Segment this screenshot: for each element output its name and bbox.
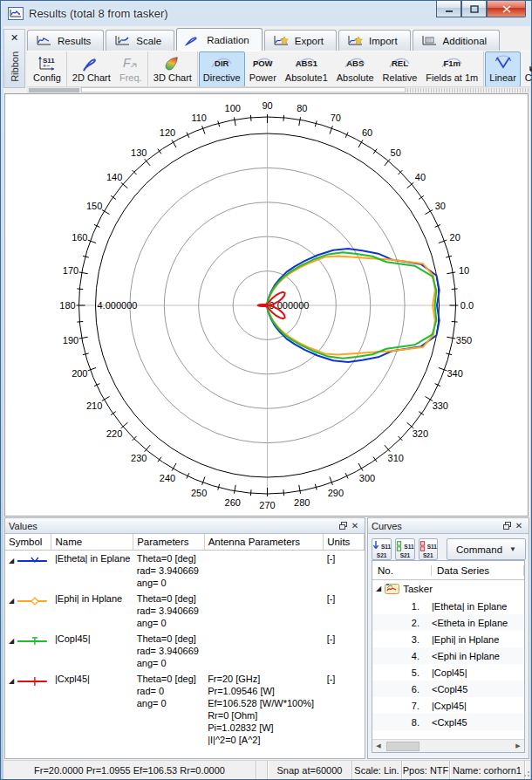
expand-triangle-icon[interactable]: ◢ xyxy=(9,678,14,685)
toolbar-button-relative[interactable]: RELRelative xyxy=(379,51,422,87)
curves-list-item-cxpl45[interactable]: 8.<Cxpl45 xyxy=(372,714,524,730)
curves-list-item-ephi-in-hplane[interactable]: 4.<Ephi in Hplane xyxy=(372,647,524,664)
svg-text:F: F xyxy=(123,56,132,70)
sparam-enable-button[interactable]: S11S21 xyxy=(395,538,414,560)
toolbar-button-directive[interactable]: DIRDirective xyxy=(199,51,245,87)
close-button[interactable] xyxy=(487,1,526,17)
scroll-left-arrow[interactable]: ◀ xyxy=(372,741,385,752)
tab-scale[interactable]: Scale xyxy=(106,30,174,51)
toolbar-button-config[interactable]: S11+−Config xyxy=(29,51,65,87)
item-number: 5. xyxy=(372,667,432,678)
values-close-button[interactable]: ✕ xyxy=(349,520,361,531)
toolbar-button-2d-chart[interactable]: 2D Chart xyxy=(68,51,115,87)
svg-text:200: 200 xyxy=(72,368,87,379)
float-icon xyxy=(339,522,347,530)
values-column-antenna-parameters[interactable]: Antenna Parameters xyxy=(204,534,323,551)
curves-list-item-copl45[interactable]: 6.<Copl45 xyxy=(372,681,524,697)
scroll-track[interactable] xyxy=(385,741,512,752)
values-row-copl45[interactable]: ◢|Copl45|Theta=0 [deg]rad= 3.940669ang= … xyxy=(5,631,365,671)
status-segment-5: Name: corhorn1 xyxy=(450,761,525,779)
curves-list-item-etheta-in-eplane[interactable]: 1.|Etheta| in Eplane xyxy=(372,598,524,614)
tab-export[interactable]: Export xyxy=(264,30,337,51)
toolbar-badge: POW xyxy=(249,58,276,68)
item-number: 8. xyxy=(372,717,432,728)
toolbar-button-3d-chart[interactable]: 3D Chart xyxy=(149,51,196,87)
polar-plot-area[interactable]: 0.01020304050607080901001101201301401501… xyxy=(4,93,529,517)
expand-triangle-icon[interactable]: ◢ xyxy=(9,558,14,564)
symbol-cell: ◢ xyxy=(9,552,49,566)
curves-list-header: No. Data Series xyxy=(372,561,524,580)
expand-triangle-icon[interactable]: ◢ xyxy=(9,598,14,605)
minimize-button[interactable] xyxy=(436,1,461,17)
toolbar-button-freq[interactable]: FFreq. xyxy=(115,51,147,87)
values-column-parameters[interactable]: Parameters xyxy=(133,534,204,551)
tab-additional[interactable]: Additional xyxy=(413,30,501,51)
values-row-ephi-in-hplane[interactable]: ◢|Ephi| in HplaneTheta=0 [deg]rad= 3.940… xyxy=(5,591,365,631)
tab-results[interactable]: Results xyxy=(27,30,104,51)
values-row-etheta-in-eplane[interactable]: ◢|Etheta| in EplaneTheta=0 [deg]rad= 3.9… xyxy=(5,551,365,592)
circular-loop-icon xyxy=(526,54,532,72)
command-dropdown-button[interactable]: Command▼ xyxy=(447,538,526,560)
ribbon-scroll-left-segment[interactable] xyxy=(29,88,79,92)
values-row-cxpl45[interactable]: ◢|Cxpl45|Theta=0 [deg]rad= 0ang= 0Fr=20 … xyxy=(5,671,365,748)
expand-triangle-icon[interactable]: ◢ xyxy=(9,638,14,645)
ribbon-scroll-thumb[interactable] xyxy=(81,87,406,92)
ribbon-scroll-overflow xyxy=(407,88,529,92)
curves-list-item-cxpl45[interactable]: 7.|Cxpl45| xyxy=(372,697,524,714)
tab-radiation[interactable]: Radiation xyxy=(176,28,263,51)
curves-panel-header: Curves ✕ xyxy=(368,518,529,534)
curves-list-item-etheta-in-eplane[interactable]: 2.<Etheta in Eplane xyxy=(372,614,524,631)
chevron-down-icon: ▼ xyxy=(509,545,516,553)
curves-panel-title: Curves xyxy=(372,521,501,531)
maximize-button[interactable] xyxy=(461,1,487,17)
values-column-symbol[interactable]: Symbol xyxy=(5,534,51,551)
3d-chart-cone-icon xyxy=(161,53,184,72)
toolbar-button-label: Circul xyxy=(525,72,532,85)
item-number: 6. xyxy=(372,684,432,694)
sparam-disable-icon xyxy=(419,540,426,552)
curve-units: [-] xyxy=(324,631,365,671)
ephi-marker xyxy=(16,596,49,606)
tab-label: Additional xyxy=(443,36,488,46)
curves-list-item-copl45[interactable]: 5.|Copl45| xyxy=(372,664,524,681)
resize-grip[interactable] xyxy=(521,768,529,777)
maximize-icon xyxy=(470,5,479,13)
ribbon-close-button[interactable]: ✕ xyxy=(8,31,21,44)
toolbar-badge: ABS xyxy=(342,58,368,68)
curves-group-tasker[interactable]: ◢Tasker xyxy=(372,580,524,598)
svg-text:270: 270 xyxy=(259,500,275,510)
toolbar-button-circul[interactable]: Circul xyxy=(521,51,532,87)
curves-hscrollbar[interactable]: ◀ ▶ xyxy=(372,739,524,752)
values-column-name[interactable]: Name xyxy=(51,534,133,551)
toolbar-button-power[interactable]: POWPower xyxy=(245,51,281,87)
scroll-thumb[interactable] xyxy=(386,742,419,751)
3d-chart-cone-icon xyxy=(161,54,184,72)
svg-text:90: 90 xyxy=(262,100,272,111)
group-label: Tasker xyxy=(403,584,433,594)
values-column-units[interactable]: Units xyxy=(324,534,365,551)
tab-label: Results xyxy=(58,36,91,46)
curves-list-item-ephi-in-hplane[interactable]: 3.|Ephi| in Hplane xyxy=(372,631,524,647)
ribbon-scrollbar[interactable] xyxy=(27,86,530,93)
curves-float-button[interactable] xyxy=(501,520,513,531)
symbol-cell: ◢ xyxy=(9,633,49,647)
column-no[interactable]: No. xyxy=(372,565,432,576)
toolbar-button-absolute[interactable]: ABSAbsolute xyxy=(332,51,379,87)
sparam-import-icon xyxy=(372,540,379,552)
tab-import[interactable]: Import xyxy=(338,30,411,51)
svg-text:4.000000: 4.000000 xyxy=(98,300,138,311)
toolbar-button-absolute1[interactable]: ABS1Absolute1 xyxy=(281,51,332,87)
values-float-button[interactable] xyxy=(337,520,349,531)
scroll-right-arrow[interactable]: ▶ xyxy=(512,741,524,752)
etheta-marker xyxy=(16,556,49,566)
toolbar-button-fields-at-1m[interactable]: F1mFields at 1m xyxy=(421,51,482,87)
column-data-series[interactable]: Data Series xyxy=(432,565,524,576)
curves-close-button[interactable]: ✕ xyxy=(513,520,525,531)
sparam-import-button[interactable]: S11S21 xyxy=(372,538,392,560)
polar-chart: 0.01020304050607080901001101201301401501… xyxy=(5,94,528,516)
sparam-disable-button[interactable]: S11S21 xyxy=(419,538,438,560)
toolbar-button-linear[interactable]: Linear xyxy=(485,51,521,87)
expand-triangle-icon[interactable]: ◢ xyxy=(376,585,381,592)
close-icon xyxy=(502,5,511,13)
antenna-parameters xyxy=(204,551,323,592)
